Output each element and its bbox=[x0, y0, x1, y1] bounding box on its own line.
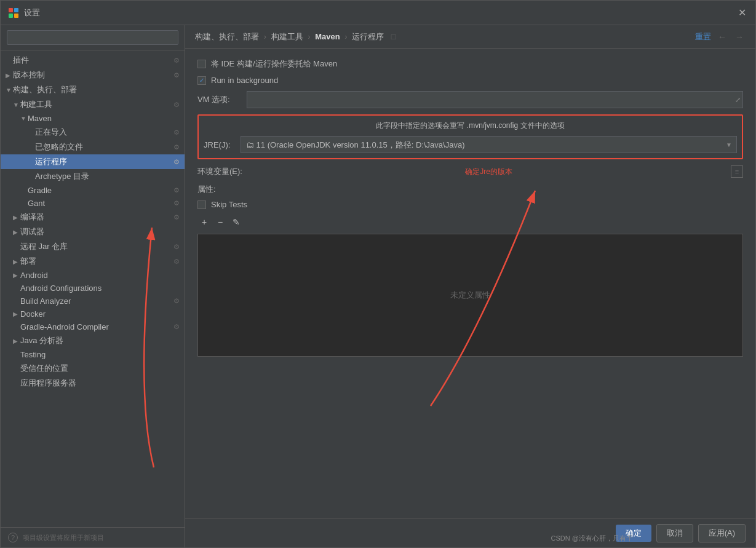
sidebar-item-compiler[interactable]: ▶ 编译器 ⚙ bbox=[1, 210, 185, 224]
sidebar-item-build-tools[interactable]: ▼ 构建工具 ⚙ bbox=[1, 97, 185, 112]
settings-icon: ⚙ bbox=[173, 57, 180, 65]
settings-icon: ⚙ bbox=[173, 323, 180, 331]
nav-forward-button[interactable]: → bbox=[733, 31, 746, 43]
sidebar-item-label: Build Analyzer bbox=[20, 296, 171, 306]
app-icon bbox=[8, 7, 19, 18]
jre-highlight-box: 此字段中指定的选项会重写 .mvn/jvm.config 文件中的选项 JRE(… bbox=[197, 114, 743, 159]
env-variables-row: 环境变量(E): 确定Jre的版本 ≡ bbox=[197, 165, 743, 178]
sidebar-tree: 插件 ⚙ ▶ 版本控制 ⚙ ▼ 构建、执行、部署 ▼ 构建工具 bbox=[1, 50, 185, 527]
reset-button[interactable]: 重置 bbox=[695, 31, 711, 42]
cancel-button[interactable]: 取消 bbox=[656, 524, 693, 542]
close-button[interactable]: ✕ bbox=[736, 7, 748, 19]
remove-property-button[interactable]: − bbox=[213, 215, 227, 229]
sidebar-item-label: 应用程序服务器 bbox=[20, 378, 180, 389]
sidebar-item-label: Gradle-Android Compiler bbox=[20, 322, 171, 332]
jre-select[interactable]: 🗂 11 (Oracle OpenJDK version 11.0.15，路径:… bbox=[241, 136, 737, 153]
settings-body: 将 IDE 构建/运行操作委托给 Maven Run in background… bbox=[185, 49, 755, 518]
properties-empty-label: 未定义属性 bbox=[450, 290, 490, 301]
sidebar-item-importing[interactable]: 正在导入 ⚙ bbox=[1, 125, 185, 140]
settings-icon: ⚙ bbox=[173, 186, 180, 194]
sidebar-item-plugins[interactable]: 插件 ⚙ bbox=[1, 53, 185, 68]
sidebar-item-remote-jar[interactable]: 远程 Jar 仓库 ⚙ bbox=[1, 239, 185, 254]
arrow-icon: ▶ bbox=[13, 229, 20, 236]
settings-icon: ⚙ bbox=[173, 101, 180, 109]
sidebar-item-debugger[interactable]: ▶ 调试器 bbox=[1, 224, 185, 239]
vm-options-label: VM 选项: bbox=[197, 94, 247, 105]
run-background-checkbox-label[interactable]: Run in background bbox=[197, 76, 278, 85]
sidebar-item-deploy[interactable]: ▶ 部署 ⚙ bbox=[1, 254, 185, 269]
arrow-icon: ▶ bbox=[13, 272, 20, 279]
sidebar-item-archetype-catalogs[interactable]: Archetype 目录 bbox=[1, 169, 185, 184]
sidebar-item-label: Java 分析器 bbox=[20, 335, 180, 346]
sidebar-item-label: 受信任的位置 bbox=[20, 363, 180, 374]
delegate-maven-checkbox-label[interactable]: 将 IDE 构建/运行操作委托给 Maven bbox=[197, 58, 337, 69]
run-background-checkbox[interactable] bbox=[197, 76, 206, 85]
props-toolbar: + − ✎ bbox=[197, 215, 743, 229]
sidebar-item-trusted-locations[interactable]: 受信任的位置 bbox=[1, 361, 185, 376]
sidebar-item-label: Android Configurations bbox=[20, 284, 180, 293]
settings-dialog: 设置 ✕ 插件 ⚙ ▶ 版本控制 ⚙ bbox=[0, 0, 756, 548]
sidebar-item-label: 部署 bbox=[20, 256, 171, 267]
skip-tests-checkbox[interactable] bbox=[197, 201, 206, 209]
breadcrumb-part-3: Maven bbox=[315, 32, 340, 41]
breadcrumb-part-2: 构建工具 bbox=[271, 32, 303, 41]
breadcrumb-actions: 重置 ← → bbox=[695, 31, 746, 43]
sidebar-item-gant[interactable]: Gant ⚙ bbox=[1, 197, 185, 210]
settings-icon: ⚙ bbox=[173, 71, 180, 79]
sidebar-item-label: Gant bbox=[28, 199, 171, 208]
breadcrumb-bar: 构建、执行、部署 › 构建工具 › Maven › 运行程序 □ 重置 ← → bbox=[185, 25, 755, 49]
vm-options-input[interactable] bbox=[247, 91, 743, 108]
sidebar-item-label: 插件 bbox=[13, 55, 171, 66]
sidebar-item-testing[interactable]: Testing bbox=[1, 348, 185, 361]
sidebar-item-docker[interactable]: ▶ Docker bbox=[1, 308, 185, 320]
settings-icon: ⚙ bbox=[173, 199, 180, 207]
env-settings-icon[interactable]: ≡ bbox=[731, 165, 743, 178]
skip-tests-row: Skip Tests bbox=[197, 200, 743, 209]
search-input[interactable] bbox=[7, 30, 178, 45]
sidebar-item-ignored-files[interactable]: 已忽略的文件 ⚙ bbox=[1, 140, 185, 154]
apply-button[interactable]: 应用(A) bbox=[698, 524, 746, 542]
settings-icon: ⚙ bbox=[173, 143, 180, 151]
main-content: 插件 ⚙ ▶ 版本控制 ⚙ ▼ 构建、执行、部署 ▼ 构建工具 bbox=[1, 25, 755, 547]
delegate-maven-row: 将 IDE 构建/运行操作委托给 Maven bbox=[197, 58, 743, 69]
sidebar-item-label: 编译器 bbox=[20, 212, 171, 223]
sidebar-item-app-servers[interactable]: 应用程序服务器 bbox=[1, 376, 185, 391]
title-bar: 设置 ✕ bbox=[1, 1, 755, 25]
settings-icon: ⚙ bbox=[173, 129, 180, 137]
env-variables-label: 环境变量(E): bbox=[197, 166, 247, 177]
sidebar-item-label: 远程 Jar 仓库 bbox=[20, 241, 171, 252]
sidebar-item-android-configurations[interactable]: Android Configurations bbox=[1, 282, 185, 295]
expand-icon[interactable]: ⤢ bbox=[735, 96, 741, 104]
delegate-maven-label: 将 IDE 构建/运行操作委托给 Maven bbox=[211, 58, 337, 69]
properties-section: 属性: Skip Tests + − ✎ 未定义属性 bbox=[197, 184, 743, 357]
sidebar-item-label: 构建、执行、部署 bbox=[13, 84, 180, 95]
title-text: 设置 bbox=[24, 7, 736, 18]
sidebar-item-runner[interactable]: 运行程序 ⚙ bbox=[1, 154, 185, 169]
add-property-button[interactable]: + bbox=[197, 215, 211, 229]
arrow-icon: ▶ bbox=[13, 338, 20, 344]
sidebar-item-label: 版本控制 bbox=[13, 69, 171, 81]
sidebar-item-build-analyzer[interactable]: Build Analyzer ⚙ bbox=[1, 295, 185, 308]
sidebar-item-maven[interactable]: ▼ Maven bbox=[1, 112, 185, 125]
jre-row: JRE(J): 🗂 11 (Oracle OpenJDK version 11.… bbox=[204, 136, 737, 153]
svg-rect-0 bbox=[9, 8, 13, 12]
skip-tests-label: Skip Tests bbox=[211, 200, 247, 209]
sidebar-item-android[interactable]: ▶ Android bbox=[1, 269, 185, 282]
sidebar-item-build-exec-deploy[interactable]: ▼ 构建、执行、部署 bbox=[1, 82, 185, 97]
arrow-icon: ▶ bbox=[13, 311, 20, 317]
arrow-icon: ▶ bbox=[13, 258, 20, 265]
settings-icon: ⚙ bbox=[173, 158, 180, 166]
arrow-icon: ▼ bbox=[20, 115, 28, 122]
delegate-maven-checkbox[interactable] bbox=[197, 60, 206, 68]
sidebar-item-gradle-android-compiler[interactable]: Gradle-Android Compiler ⚙ bbox=[1, 320, 185, 333]
sidebar-item-label: 构建工具 bbox=[20, 99, 171, 110]
settings-icon: ⚙ bbox=[173, 213, 180, 221]
sidebar-item-java-profiler[interactable]: ▶ Java 分析器 bbox=[1, 333, 185, 348]
window-icon: □ bbox=[391, 32, 396, 41]
edit-property-button[interactable]: ✎ bbox=[229, 215, 243, 229]
breadcrumb-sep-1: › bbox=[264, 32, 269, 41]
help-icon[interactable]: ? bbox=[8, 533, 18, 542]
nav-back-button[interactable]: ← bbox=[716, 31, 728, 43]
sidebar-item-version-control[interactable]: ▶ 版本控制 ⚙ bbox=[1, 68, 185, 82]
sidebar-item-gradle[interactable]: Gradle ⚙ bbox=[1, 184, 185, 197]
